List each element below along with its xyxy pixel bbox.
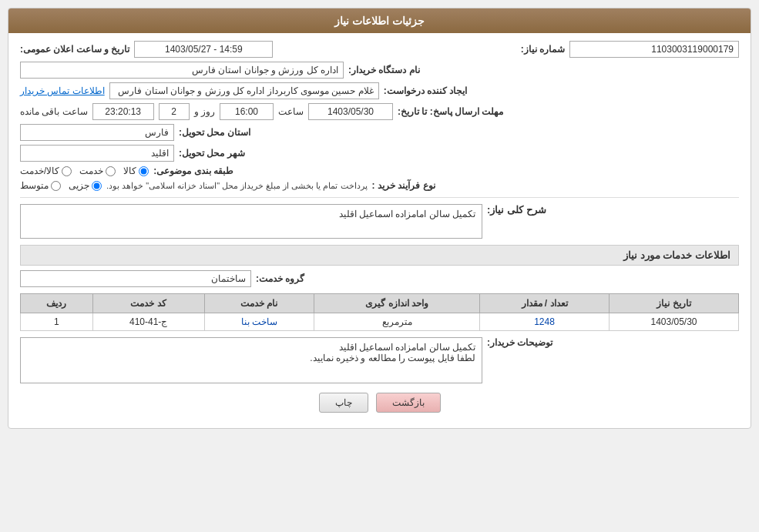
- mohlat-label: مهلت ارسال پاسخ: تا تاریخ:: [398, 106, 503, 117]
- row-ostan: استان محل تحویل: فارس: [20, 124, 739, 141]
- card-body: شماره نیاز: 1103003119000179 تاریخ و ساع…: [8, 33, 751, 428]
- row-tabaqeh: طبقه بندی موضوعی: کالا/خدمت خدمت کالا: [20, 166, 739, 176]
- shahr-value: اقلید: [20, 145, 174, 162]
- sharhkoli-label: شرح کلی نیاز:: [487, 204, 546, 216]
- radio-kala-khadamat-input[interactable]: [62, 166, 72, 176]
- radio-khadamat: خدمت: [79, 166, 116, 176]
- farayand-desc: پرداخت تمام یا بخشی از مبلغ خریداز محل "…: [106, 181, 368, 191]
- namdastgah-value: اداره کل ورزش و جوانان استان فارس: [20, 62, 344, 79]
- cell-kod: ج-41-410: [92, 313, 204, 331]
- tosih-label: توضیحات خریدار:: [487, 337, 552, 348]
- col-vahad: واحد اندازه گیری: [314, 294, 479, 313]
- col-nam-khadamat: نام خدمت: [204, 294, 314, 313]
- shmareh-niaz-value: 1103003119000179: [569, 41, 739, 58]
- khadamat-section-header: اطلاعات خدمات مورد نیاز: [20, 245, 739, 266]
- ijad-label: ایجاد کننده درخواست:: [384, 85, 468, 96]
- grohe-value: ساختمان: [20, 270, 251, 287]
- row-ijad: ایجاد کننده درخواست: غلام حسین موسوی کار…: [20, 82, 739, 99]
- col-tedad-meqdar: تعداد / مقدار: [480, 294, 610, 313]
- tosih-value: تکمیل سالن امامزاده اسماعیل اقلید لطفا ف…: [20, 337, 482, 383]
- radio-jozee-input[interactable]: [92, 181, 102, 191]
- radio-khadamat-label: خدمت: [79, 166, 103, 176]
- col-kod-khadamat: کد خدمت: [92, 294, 204, 313]
- radio-kala-khadamat-label: کالا/خدمت: [20, 166, 59, 176]
- mohlat-saat: 16:00: [220, 103, 274, 120]
- radio-jozee-label: جزیی: [69, 180, 89, 191]
- col-radif: ردیف: [21, 294, 93, 313]
- ostan-value: فارس: [20, 124, 174, 141]
- row-tosih: توضیحات خریدار: تکمیل سالن امامزاده اسما…: [20, 337, 739, 383]
- farayand-radio-group: متوسط جزیی: [20, 180, 102, 191]
- row-mohlat: مهلت ارسال پاسخ: تا تاریخ: 1403/05/30 سا…: [20, 103, 739, 120]
- mohlat-date: 1403/05/30: [308, 103, 393, 120]
- radio-motavaset: متوسط: [20, 180, 61, 191]
- cell-tarikh: 1403/05/30: [610, 313, 739, 331]
- row-grohe: گروه خدمت: ساختمان: [20, 270, 739, 287]
- mohlat-saat-label: ساعت: [278, 106, 304, 117]
- radio-kala-input[interactable]: [139, 166, 149, 176]
- row-shmareh-tarikh: شماره نیاز: 1103003119000179 تاریخ و ساع…: [20, 41, 739, 58]
- radio-jozee: جزیی: [69, 180, 102, 191]
- row-sharhkoli: شرح کلی نیاز: تکمیل سالن امامزاده اسماعی…: [20, 204, 739, 239]
- col-tarikh-niaz: تاریخ نیاز: [610, 294, 739, 313]
- services-table: تاریخ نیاز تعداد / مقدار واحد اندازه گیر…: [20, 293, 739, 331]
- cell-vahad: مترمربع: [314, 313, 479, 331]
- radio-kala-khadamat: کالا/خدمت: [20, 166, 72, 176]
- tabaqeh-radio-group: کالا/خدمت خدمت کالا: [20, 166, 149, 176]
- cell-nam: ساخت بنا: [204, 313, 314, 331]
- row-dastgah: نام دستگاه خریدار: اداره کل ورزش و جوانا…: [20, 62, 739, 79]
- row-farayand: نوع فرآیند خرید : پرداخت تمام یا بخشی از…: [20, 180, 739, 191]
- tarikh-value: 1403/05/27 - 14:59: [134, 41, 273, 58]
- shmareh-niaz-label: شماره نیاز:: [521, 44, 565, 55]
- mohlat-rooz-label: روز و: [194, 106, 215, 117]
- mohlat-rooz: 2: [159, 103, 190, 120]
- farayand-label: نوع فرآیند خرید :: [372, 180, 435, 191]
- radio-motavaset-label: متوسط: [20, 180, 49, 191]
- shahr-label: شهر محل تحویل:: [179, 148, 245, 159]
- radio-kala: کالا: [123, 166, 149, 176]
- button-row: بازگشت چاپ: [20, 393, 739, 420]
- divider-1: [20, 197, 739, 198]
- row-shahr: شهر محل تحویل: اقلید: [20, 145, 739, 162]
- radio-kala-label: کالا: [123, 166, 136, 176]
- cell-radif: 1: [21, 313, 93, 331]
- card-header: جزئیات اطلاعات نیاز: [8, 8, 751, 33]
- table-row: 1403/05/30 1248 مترمربع ساخت بنا ج-41-41…: [21, 313, 739, 331]
- ostan-label: استان محل تحویل:: [179, 127, 250, 138]
- print-button[interactable]: چاپ: [319, 393, 368, 413]
- radio-khadamat-input[interactable]: [106, 166, 116, 176]
- radio-motavaset-input[interactable]: [51, 181, 61, 191]
- grohe-label: گروه خدمت:: [256, 273, 304, 284]
- main-card: جزئیات اطلاعات نیاز شماره نیاز: 11030031…: [8, 8, 751, 429]
- cell-tedad: 1248: [480, 313, 610, 331]
- sharhkoli-value: تکمیل سالن امامزاده اسماعیل اقلید: [20, 204, 482, 239]
- tabaqeh-label: طبقه بندی موضوعی:: [153, 166, 233, 176]
- back-button[interactable]: بازگشت: [376, 393, 441, 413]
- ijad-value: غلام حسین موسوی کاربرداز اداره کل ورزش و…: [109, 82, 379, 99]
- mohlat-baqi-label: ساعت باقی مانده: [20, 106, 88, 117]
- mohlat-saat2: 23:20:13: [92, 103, 154, 120]
- ettela-tamas-link[interactable]: اطلاعات تماس خریدار: [20, 85, 105, 96]
- page-wrapper: جزئیات اطلاعات نیاز شماره نیاز: 11030031…: [0, 0, 759, 532]
- page-title: جزئیات اطلاعات نیاز: [334, 15, 425, 27]
- namdastgah-label: نام دستگاه خریدار:: [348, 65, 420, 75]
- tarikh-label: تاریخ و ساعت اعلان عمومی:: [20, 44, 129, 55]
